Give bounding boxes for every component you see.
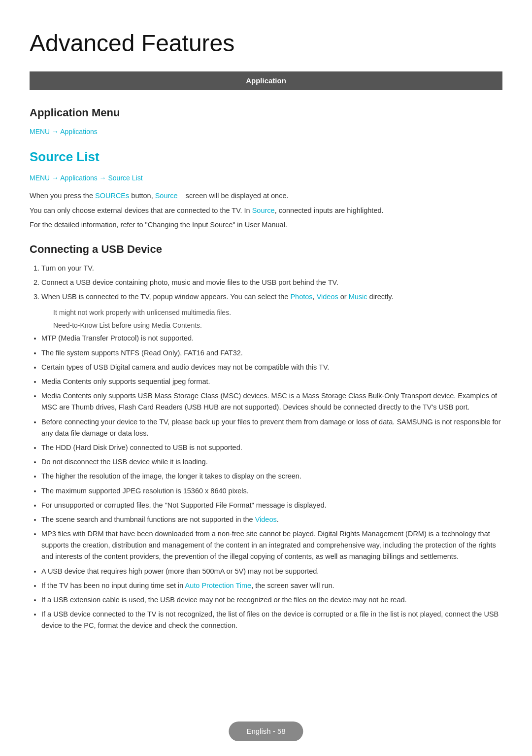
source-list-line-3: For the detailed information, refer to "… xyxy=(30,219,502,231)
usb-step-3: When USB is connected to the TV, popup w… xyxy=(41,291,502,303)
source-list-breadcrumb: MENU → Applications → Source List xyxy=(30,172,502,183)
application-menu-breadcrumb: MENU → Applications xyxy=(30,126,502,137)
usb-subnote-1: It might not work properly with unlicens… xyxy=(53,307,502,318)
usb-bullet-17: If a USB device connected to the TV is n… xyxy=(41,609,502,631)
section-header-bar: Application xyxy=(30,71,502,90)
usb-bullet-list: MTP (Media Transfer Protocol) is not sup… xyxy=(41,333,502,631)
source-list-line-1: When you press the SOURCEs button, Sourc… xyxy=(30,190,502,202)
source-list-section: Source List MENU → Applications → Source… xyxy=(30,147,502,231)
usb-steps-list: Turn on your TV. Connect a USB device co… xyxy=(41,263,502,303)
usb-bullet-4: Media Contents only supports sequential … xyxy=(41,376,502,387)
usb-bullet-13: MP3 files with DRM that have been downlo… xyxy=(41,528,502,563)
usb-bullet-9: The higher the resolution of the image, … xyxy=(41,471,502,482)
usb-bullet-11: For unsupported or corrupted files, the … xyxy=(41,500,502,511)
connecting-usb-section: Connecting a USB Device Turn on your TV.… xyxy=(30,241,502,632)
usb-bullet-8: Do not disconnect the USB device while i… xyxy=(41,456,502,468)
usb-bullet-10: The maximum supported JPEG resolution is… xyxy=(41,485,502,497)
usb-bullet-7: The HDD (Hard Disk Drive) connected to U… xyxy=(41,442,502,453)
usb-step-2: Connect a USB device containing photo, m… xyxy=(41,277,502,288)
application-menu-section: Application Menu MENU → Applications xyxy=(30,104,502,137)
page-title: Advanced Features xyxy=(30,25,502,63)
usb-bullet-15: If the TV has been no input during time … xyxy=(41,580,502,591)
usb-bullet-12: The scene search and thumbnail functions… xyxy=(41,514,502,525)
page-footer: English - 58 xyxy=(229,722,303,741)
connecting-usb-title: Connecting a USB Device xyxy=(30,241,502,258)
usb-bullet-6: Before connecting your device to the TV,… xyxy=(41,416,502,439)
usb-bullet-2: The file system supports NTFS (Read Only… xyxy=(41,347,502,359)
source-list-title: Source List xyxy=(30,147,502,168)
application-menu-title: Application Menu xyxy=(30,104,502,121)
usb-subnote-2: Need-to-Know List before using Media Con… xyxy=(53,320,502,331)
usb-bullet-1: MTP (Media Transfer Protocol) is not sup… xyxy=(41,333,502,344)
usb-bullet-5: Media Contents only supports USB Mass St… xyxy=(41,390,502,413)
usb-bullet-3: Certain types of USB Digital camera and … xyxy=(41,362,502,373)
usb-bullet-14: A USB device that requires high power (m… xyxy=(41,566,502,577)
usb-bullet-16: If a USB extension cable is used, the US… xyxy=(41,594,502,606)
usb-step-1: Turn on your TV. xyxy=(41,263,502,274)
source-list-line-2: You can only choose external devices tha… xyxy=(30,205,502,216)
